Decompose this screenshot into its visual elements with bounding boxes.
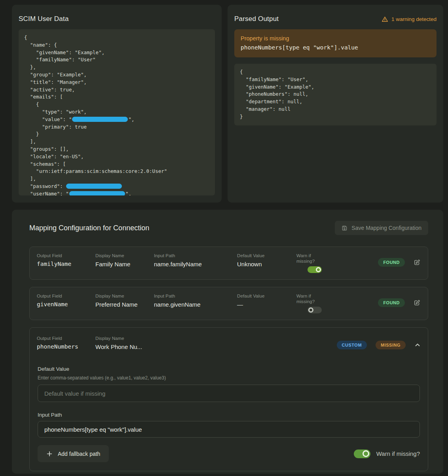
code-line: "phoneNumbers": null, xyxy=(240,91,431,98)
column-label: Default Value xyxy=(237,294,296,298)
redacted-value-pill xyxy=(66,184,122,189)
parsed-json-code: { "familyName": "User", "givenName": "Ex… xyxy=(234,64,437,125)
mapping-row[interactable]: Output FieldfamilyNameDisplay NameFamily… xyxy=(29,247,428,280)
add-fallback-path-button[interactable]: Add fallback path xyxy=(38,445,109,462)
code-line: "department": null, xyxy=(240,98,431,106)
warn-if-missing-toggle[interactable] xyxy=(308,307,322,313)
input-path-label: Input Path xyxy=(38,412,420,418)
code-line: "group": "Example", xyxy=(24,71,209,79)
default-value-input[interactable] xyxy=(38,385,420,402)
column-label: Display Name xyxy=(95,253,154,258)
warn-if-missing-toggle[interactable] xyxy=(308,266,322,273)
default-value-help: Enter comma-separated values (e.g., valu… xyxy=(38,375,420,381)
found-badge: FOUND xyxy=(378,258,405,267)
add-fallback-path-label: Add fallback path xyxy=(58,451,100,457)
default-value-label: Default Value xyxy=(38,366,420,372)
code-line: "emails": [ xyxy=(24,93,209,101)
code-line: "type": "work", xyxy=(24,108,209,116)
column-value: Family Name xyxy=(95,261,154,267)
mapping-configuration-panel: Mapping Configuration for Connection Sav… xyxy=(12,210,443,474)
code-line: } xyxy=(24,131,209,138)
column-value: givenName xyxy=(37,301,95,307)
input-path-input[interactable] xyxy=(38,421,420,438)
warning-count-label: 1 warning detected xyxy=(391,16,437,22)
save-mapping-label: Save Mapping Configuration xyxy=(351,225,421,231)
mapping-row-header[interactable]: Output Field phoneNumbers Display Name W… xyxy=(30,328,428,356)
mapping-rows: Output FieldfamilyNameDisplay NameFamily… xyxy=(21,247,428,320)
code-line: "name": { xyxy=(24,42,209,49)
output-field-value: phoneNumbers xyxy=(37,343,95,350)
mapping-row-phonenumbers: Output Field phoneNumbers Display Name W… xyxy=(29,327,428,471)
warn-label-line2: missing? xyxy=(296,259,344,264)
code-line: "active": true, xyxy=(24,86,209,94)
column-value: Unknown xyxy=(237,261,296,267)
mapping-title: Mapping Configuration for Connection xyxy=(29,224,149,232)
column-value: — xyxy=(237,301,296,308)
scim-panel-title: SCIM User Data xyxy=(19,15,215,23)
column-value: familyName xyxy=(37,261,95,267)
code-line: ], xyxy=(24,138,209,146)
parsed-output-panel: Parsed Output 1 warning detected Propert… xyxy=(228,5,443,203)
code-line: "familyName": "User" xyxy=(24,56,209,64)
code-line: }, xyxy=(24,64,209,71)
code-line: "urn:ietf:params:scim:schemas:core:2.0:U… xyxy=(24,168,209,175)
code-line: ], xyxy=(24,175,209,183)
code-line: "primary": true xyxy=(24,123,209,131)
edit-pencil-icon xyxy=(414,259,421,266)
warning-box: Property is missing phoneNumbers[type eq… xyxy=(234,29,437,57)
code-line: "manager": null xyxy=(240,106,431,113)
edit-pencil-icon xyxy=(414,299,421,306)
scim-user-data-panel: SCIM User Data { "name": { "givenName": … xyxy=(12,5,222,203)
code-line: "givenName": "Example", xyxy=(24,49,209,57)
warn-label-line1: Warn if xyxy=(296,294,344,298)
code-line: "schemas": [ xyxy=(24,161,209,168)
output-field-label: Output Field xyxy=(37,336,95,341)
display-name-label: Display Name xyxy=(95,336,154,341)
display-name-value: Work Phone Nu... xyxy=(95,343,154,350)
edit-mapping-button[interactable] xyxy=(414,299,421,306)
redacted-value-pill xyxy=(72,117,128,122)
redacted-value-pill xyxy=(69,191,125,195)
code-line: } xyxy=(240,113,431,121)
warning-count: 1 warning detected xyxy=(382,16,437,23)
collapse-button[interactable] xyxy=(414,342,421,348)
code-line: "familyName": "User", xyxy=(240,76,431,83)
scim-json-code[interactable]: { "name": { "givenName": "Example", "fam… xyxy=(19,29,215,195)
code-line: "locale": "en-US", xyxy=(24,153,209,161)
column-label: Input Path xyxy=(154,253,237,258)
code-line: "title": "Manager", xyxy=(24,79,209,86)
code-line: "userName": "", xyxy=(24,190,209,195)
code-line: "value": "", xyxy=(24,116,209,123)
custom-badge: CUSTOM xyxy=(337,341,367,349)
warning-triangle-icon xyxy=(382,16,388,23)
floppy-disk-icon xyxy=(342,225,347,231)
warn-if-missing-toggle[interactable] xyxy=(354,449,370,458)
page: SCIM User Data { "name": { "givenName": … xyxy=(0,0,448,476)
column-value: name.givenName xyxy=(154,301,237,308)
code-line: "password": xyxy=(24,183,209,190)
warn-if-missing-label: Warn if missing? xyxy=(376,450,420,457)
code-line: "givenName": "Example", xyxy=(240,83,431,91)
column-label: Default Value xyxy=(237,253,296,258)
parsed-panel-title: Parsed Output xyxy=(234,15,279,23)
mapping-row[interactable]: Output FieldgivenNameDisplay NamePreferr… xyxy=(29,287,428,320)
warn-label-line1: Warn if xyxy=(296,253,344,258)
code-line: { xyxy=(24,101,209,108)
column-label: Output Field xyxy=(37,294,95,298)
code-line: { xyxy=(24,34,209,42)
save-mapping-button[interactable]: Save Mapping Configuration xyxy=(335,221,428,235)
plus-icon xyxy=(46,451,53,457)
missing-badge: MISSING xyxy=(376,341,406,349)
column-label: Input Path xyxy=(154,294,237,298)
edit-mapping-button[interactable] xyxy=(414,259,421,266)
found-badge: FOUND xyxy=(378,298,405,307)
code-line: "groups": [], xyxy=(24,146,209,153)
column-label: Display Name xyxy=(95,294,154,298)
warning-code: phoneNumbers[type eq "work"].value xyxy=(241,44,430,51)
code-line: { xyxy=(240,68,431,76)
column-value: Preferred Name xyxy=(95,301,154,308)
column-value: name.familyName xyxy=(154,261,237,267)
warn-label-line2: missing? xyxy=(296,299,344,304)
chevron-up-icon xyxy=(414,342,421,348)
warning-title: Property is missing xyxy=(241,35,430,42)
